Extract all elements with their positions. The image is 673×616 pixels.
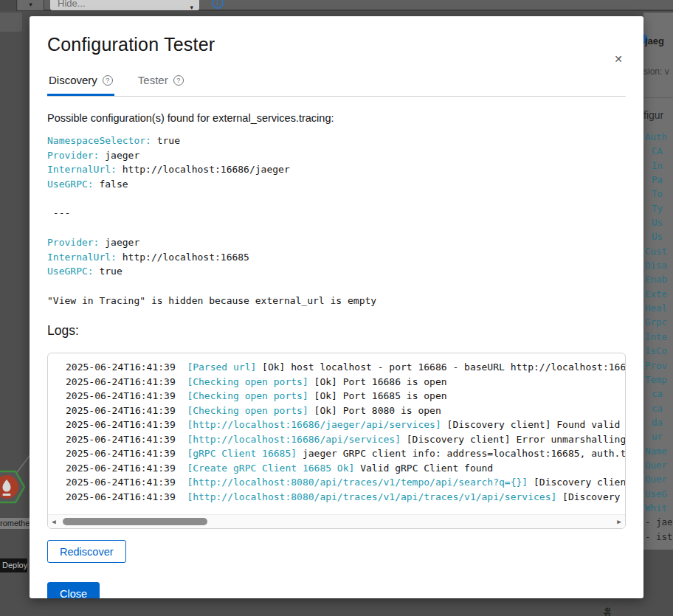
yaml-fragment: Us — [645, 215, 673, 229]
chevron-down-icon: ▾ — [190, 0, 193, 10]
tab-tester[interactable]: Tester ? — [137, 74, 185, 96]
config-heading-fragment: figur — [643, 109, 663, 121]
node-label: rometheu — [0, 518, 30, 529]
scroll-right-icon[interactable]: ▶ — [613, 515, 625, 528]
vertical-panel-label: de — [602, 599, 617, 616]
deployment-badge: Deployme — [0, 558, 27, 572]
log-tag: [Create gRPC Client 16685 Ok] — [187, 463, 354, 474]
horizontal-scrollbar[interactable]: ◀ ▶ — [48, 514, 625, 528]
log-line: 2025-06-24T16:41:39 [http://localhost:16… — [66, 418, 625, 432]
logs-box: 2025-06-24T16:41:39 [Parsed url] [Ok] ho… — [47, 353, 626, 529]
log-lines: 2025-06-24T16:41:39 [Parsed url] [Ok] ho… — [66, 360, 625, 504]
yaml-key: UseGRPC: — [47, 179, 94, 190]
yaml-fragment: Inte — [645, 330, 673, 344]
config-line: --- — [47, 206, 626, 221]
yaml-fragment: Auth — [645, 130, 673, 144]
config-line: Provider: jaeger — [47, 235, 626, 250]
yaml-fragment: UseG — [645, 487, 673, 501]
yaml-fragment: CA — [645, 144, 673, 158]
toolbar-corner — [0, 0, 17, 11]
yaml-fragment: Name — [645, 444, 673, 458]
info-icon: i — [212, 0, 224, 9]
config-line: NamespaceSelector: true — [47, 134, 626, 148]
config-line: Provider: jaeger — [47, 148, 626, 163]
prometheus-node — [0, 463, 29, 511]
hide-dropdown: Hide... ▾ — [50, 0, 199, 10]
yaml-fragment: Grpc — [645, 315, 673, 329]
intro-text: Possible configuration(s) found for exte… — [47, 112, 626, 124]
log-line: 2025-06-24T16:41:39 [Parsed url] [Ok] ho… — [66, 360, 625, 375]
log-line: 2025-06-24T16:41:39 [http://localhost:80… — [66, 475, 625, 490]
tab-discovery[interactable]: Discovery ? — [47, 74, 114, 96]
yaml-key: Provider: — [47, 237, 99, 248]
close-button[interactable]: Close — [47, 582, 100, 598]
log-line: 2025-06-24T16:41:39 [Checking open ports… — [66, 375, 625, 390]
close-icon[interactable]: ✕ — [612, 53, 624, 65]
modal-title: Configuration Tester — [47, 34, 626, 55]
log-line: 2025-06-24T16:41:39 [Create gRPC Client … — [66, 461, 625, 476]
yaml-fragment: - ist — [645, 530, 673, 544]
log-tag: [Checking open ports] — [187, 390, 308, 401]
yaml-fragment: Pa — [645, 173, 673, 187]
yaml-fragment: ur — [645, 429, 673, 443]
config-line: InternalUrl: http://localhost:16686/jaeg… — [47, 162, 626, 177]
config-line: UseGRPC: false — [47, 177, 626, 192]
yaml-fragment: Enab — [645, 272, 673, 286]
log-tag: [Checking open ports] — [187, 376, 308, 387]
yaml-fragment-list: AuthCAInPaToTyUsUsCustDisaEnabExteHealGr… — [645, 130, 673, 544]
yaml-fragment: Quer — [645, 458, 673, 472]
log-tag: [Parsed url] — [187, 361, 256, 373]
log-line: 2025-06-24T16:41:39 [http://localhost:16… — [66, 432, 625, 447]
config-line — [47, 192, 626, 207]
configuration-tester-modal: Configuration Tester ✕ Discovery ? Teste… — [30, 16, 643, 598]
config-line — [47, 279, 626, 294]
scrollbar-thumb[interactable] — [63, 518, 207, 525]
yaml-fragment: ca — [645, 387, 673, 401]
yaml-fragment: Heal — [645, 301, 673, 315]
tab-bar: Discovery ? Tester ? — [47, 74, 626, 97]
yaml-key: InternalUrl: — [47, 164, 117, 175]
yaml-fragment: IsCo — [645, 344, 673, 358]
config-block: NamespaceSelector: trueProvider: jaegerI… — [47, 134, 626, 308]
log-tag: [gRPC Client 16685] — [187, 448, 297, 459]
app-title-fragment: jaeg — [645, 35, 664, 46]
graph-panel-fragment — [0, 13, 22, 32]
log-tag: [http://localhost:16686/jaeger/api/servi… — [187, 419, 441, 430]
scroll-left-icon[interactable]: ◀ — [48, 515, 60, 528]
yaml-fragment: Cust — [645, 244, 673, 258]
yaml-key: InternalUrl: — [47, 252, 117, 263]
yaml-fragment: - jae — [645, 515, 673, 529]
kiali-config-panel: jaeg sion: v figur AuthCAInPaToTyUsUsCus… — [643, 13, 673, 550]
tab-tester-label: Tester — [138, 74, 168, 86]
version-fragment: sion: v — [643, 66, 669, 77]
yaml-fragment: da — [645, 415, 673, 429]
question-circle-icon[interactable]: ? — [103, 75, 113, 86]
config-line: UseGRPC: true — [47, 264, 626, 279]
config-line — [47, 221, 626, 235]
tab-discovery-label: Discovery — [49, 74, 97, 86]
yaml-fragment: Prov — [645, 359, 673, 373]
yaml-key: NamespaceSelector: — [47, 135, 151, 146]
yaml-fragment: To — [645, 187, 673, 201]
log-line: 2025-06-24T16:41:39 [http://localhost:80… — [66, 490, 625, 505]
yaml-fragment: Disa — [645, 258, 673, 272]
log-line: 2025-06-24T16:41:39 [gRPC Client 16685] … — [66, 446, 625, 461]
log-line: 2025-06-24T16:41:39 [Checking open ports… — [66, 404, 625, 418]
config-line: "View in Tracing" is hidden because exte… — [47, 294, 626, 308]
yaml-key: Provider: — [47, 150, 99, 161]
chevron-down-icon: ▾ — [18, 0, 44, 10]
log-tag: [http://localhost:16686/api/services] — [187, 434, 401, 445]
log-tag: [http://localhost:8080/api/traces/v1/api… — [187, 491, 556, 502]
log-tag: [Checking open ports] — [187, 405, 308, 416]
yaml-fragment: Us — [645, 229, 673, 243]
yaml-fragment: Temp — [645, 373, 673, 387]
log-tag: [http://localhost:8080/api/traces/v1/tem… — [187, 477, 528, 488]
yaml-fragment: In — [645, 159, 673, 173]
graph-toolbar: ▾ Hide... ▾ i — [0, 0, 673, 11]
rediscover-button[interactable]: Rediscover — [47, 540, 126, 563]
question-circle-icon[interactable]: ? — [173, 75, 184, 86]
yaml-fragment: Whit — [645, 501, 673, 515]
config-line: InternalUrl: http://localhost:16685 — [47, 250, 626, 265]
log-line: 2025-06-24T16:41:39 [Checking open ports… — [66, 389, 625, 404]
logs-heading: Logs: — [47, 323, 626, 339]
